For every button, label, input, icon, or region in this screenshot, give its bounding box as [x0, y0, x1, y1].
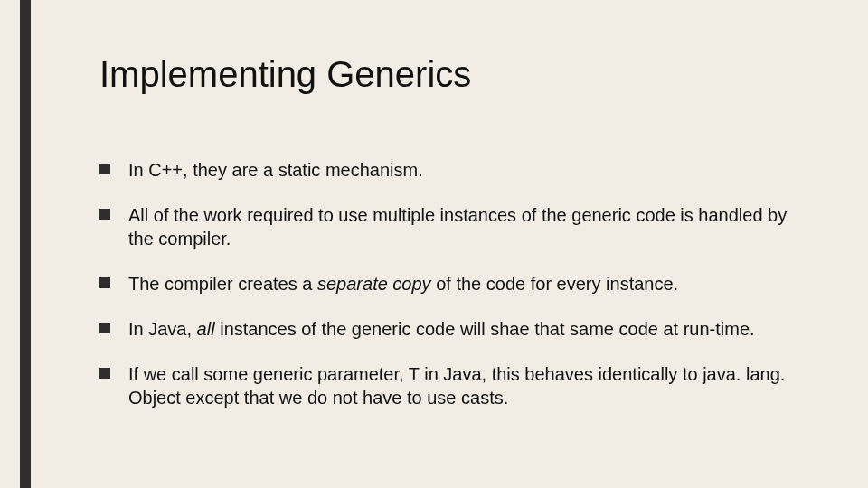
- bullet-text-italic: all: [197, 319, 215, 339]
- bullet-text: If we call some generic parameter, T in …: [128, 364, 785, 408]
- bullet-text: In C++, they are a static mechanism.: [128, 160, 423, 180]
- slide: Implementing Generics In C++, they are a…: [0, 0, 868, 488]
- list-item: In Java, all instances of the generic co…: [99, 317, 814, 341]
- bullet-text-prefix: In Java,: [128, 319, 197, 339]
- bullet-list: In C++, they are a static mechanism. All…: [99, 158, 814, 409]
- slide-content: Implementing Generics In C++, they are a…: [99, 54, 814, 431]
- bullet-text-suffix: of the code for every instance.: [431, 274, 679, 294]
- bullet-text: All of the work required to use multiple…: [128, 205, 787, 249]
- list-item: If we call some generic parameter, T in …: [99, 362, 814, 409]
- bullet-text-suffix: instances of the generic code will shae …: [215, 319, 755, 339]
- list-item: The compiler creates a separate copy of …: [99, 272, 814, 296]
- bullet-text-italic: separate copy: [317, 274, 431, 294]
- list-item: All of the work required to use multiple…: [99, 203, 814, 250]
- accent-bar: [20, 0, 31, 488]
- slide-title: Implementing Generics: [99, 54, 814, 95]
- list-item: In C++, they are a static mechanism.: [99, 158, 814, 182]
- bullet-text-prefix: The compiler creates a: [128, 274, 317, 294]
